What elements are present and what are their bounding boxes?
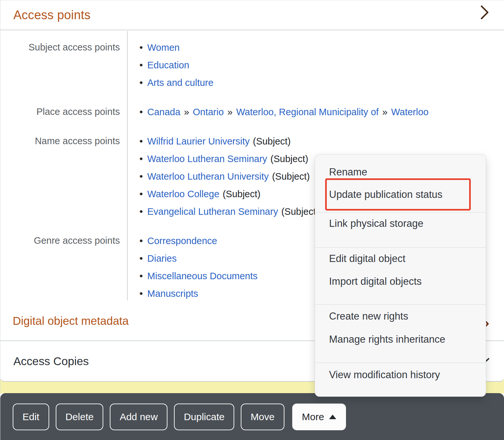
caret-up-icon [329, 415, 336, 419]
breadcrumb-separator: » [184, 103, 189, 121]
breadcrumb-separator: » [382, 103, 387, 121]
subject-qualifier: (Subject) [272, 168, 310, 185]
menu-item-rename[interactable]: Rename [329, 166, 481, 179]
list-item: Arts and culture [139, 74, 213, 91]
menu-item-view-modification-history[interactable]: View modification history [329, 368, 481, 381]
menu-item-create-new-rights[interactable]: Create new rights [329, 310, 481, 323]
list-item: Waterloo Lutheran University (Subject) [139, 168, 319, 185]
place-access-point-link[interactable]: Ontario [193, 103, 224, 121]
column-divider [127, 31, 128, 300]
bullet-icon [139, 168, 147, 185]
bullet-icon [139, 103, 147, 121]
bullet-icon [139, 285, 147, 302]
bullet-icon [139, 267, 147, 285]
menu-item-update-publication-status highlight-box[interactable]: Update publication status [325, 178, 471, 211]
name-access-point-link[interactable]: Evangelical Lutheran Seminary [147, 203, 278, 220]
move-button[interactable]: Move [241, 404, 284, 430]
name-access-point-link[interactable]: Wilfrid Laurier University [147, 133, 250, 150]
table-row-place-access-points: Place access points Canada » Ontario » W… [0, 103, 504, 121]
digital-object-metadata-title: Digital object metadata [13, 314, 129, 327]
list-item: Education [139, 56, 213, 74]
breadcrumb-separator: » [227, 103, 233, 121]
menu-item-edit-digital-object[interactable]: Edit digital object [329, 252, 481, 265]
bullet-icon [139, 74, 147, 91]
row-label: Subject access points [0, 39, 127, 56]
row-label: Genre access points [0, 232, 127, 249]
list-item: Women [139, 39, 213, 56]
place-access-point-link[interactable]: Canada [147, 103, 180, 121]
genre-access-point-link[interactable]: Miscellaneous Documents [147, 268, 257, 285]
subject-qualifier: (Subject) [270, 150, 308, 168]
place-access-point-link[interactable]: Waterloo [391, 103, 428, 121]
list-item: Wilfrid Laurier University (Subject) [139, 132, 319, 150]
subject-qualifier: (Subject) [281, 203, 319, 220]
list-item: Diaries [139, 250, 257, 267]
access-points-title: Access points [13, 8, 91, 22]
subject-access-point-link[interactable]: Arts and culture [147, 74, 213, 91]
record-view-page: Access points Subject access points Wome… [0, 0, 504, 440]
more-button[interactable]: More [292, 404, 346, 430]
more-button-label: More [302, 411, 324, 422]
breadcrumb: Canada » Ontario » Waterloo, Regional Mu… [139, 103, 428, 121]
subject-access-point-link[interactable]: Women [147, 39, 180, 56]
bullet-icon [139, 39, 147, 56]
section-access-points-header: Access points [0, 0, 504, 30]
list-item: Waterloo Lutheran Seminary (Subject) [139, 150, 319, 168]
menu-item-manage-rights-inheritance[interactable]: Manage rights inheritance [329, 333, 481, 346]
list-item: Miscellaneous Documents [139, 267, 257, 285]
menu-item-import-digital-objects[interactable]: Import digital objects [329, 275, 481, 288]
delete-button[interactable]: Delete [56, 404, 104, 430]
menu-divider [315, 304, 486, 305]
name-access-point-link[interactable]: Waterloo Lutheran University [147, 168, 269, 185]
duplicate-button[interactable]: Duplicate [174, 404, 234, 430]
subject-qualifier: (Subject) [253, 133, 291, 150]
genre-access-point-link[interactable]: Manuscripts [147, 285, 198, 302]
subject-qualifier: (Subject) [223, 186, 260, 203]
add-new-button[interactable]: Add new [110, 404, 167, 430]
bullet-icon [139, 185, 147, 203]
bullet-icon [139, 232, 147, 250]
row-label: Name access points [0, 132, 127, 150]
menu-item-link-physical-storage[interactable]: Link physical storage [329, 217, 481, 230]
subject-access-point-link[interactable]: Education [147, 57, 189, 74]
bullet-icon [139, 203, 147, 220]
table-row-subject-access-points: Subject access points Women Education Ar… [0, 39, 504, 91]
name-access-point-link[interactable]: Waterloo College [147, 186, 219, 203]
list-item: Manuscripts [139, 285, 257, 302]
menu-divider [315, 363, 486, 363]
name-access-point-link[interactable]: Waterloo Lutheran Seminary [147, 150, 267, 168]
bullet-icon [139, 250, 147, 267]
list-item: Evangelical Lutheran Seminary (Subject) [139, 203, 319, 220]
menu-divider [315, 212, 486, 213]
more-context-menu: Rename Update publication status Link ph… [315, 154, 486, 397]
access-copies-title: Access Copies [13, 355, 89, 368]
edit-button[interactable]: Edit [13, 404, 49, 430]
bottom-toolbar: Edit Delete Add new Duplicate Move More [0, 393, 504, 440]
row-label: Place access points [0, 103, 127, 120]
bullet-icon [139, 150, 147, 168]
genre-access-point-link[interactable]: Correspondence [147, 232, 217, 250]
genre-access-point-link[interactable]: Diaries [147, 250, 177, 267]
menu-divider [315, 247, 486, 248]
bullet-icon [139, 132, 147, 150]
chevron-right-icon[interactable] [480, 5, 489, 21]
list-item: Waterloo College (Subject) [139, 185, 319, 203]
list-item: Correspondence [139, 232, 257, 250]
bullet-icon [139, 56, 147, 74]
place-access-point-link[interactable]: Waterloo, Regional Municipality of [236, 103, 379, 121]
